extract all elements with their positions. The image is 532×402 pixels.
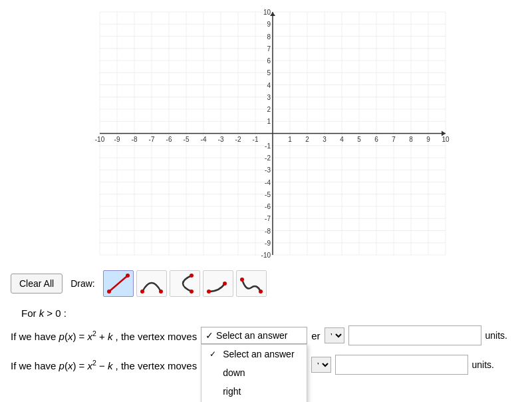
question-intro: For k > 0 : [11,307,521,319]
svg-point-5 [190,274,194,278]
arc-down-icon [173,273,197,294]
svg-point-9 [240,278,244,282]
q1-menu-label-right: right [223,386,241,397]
line-tool-icon [106,273,130,294]
q1-menu-label-placeholder: Select an answer [223,349,294,359]
q1-menu-item-placeholder[interactable]: ✓ Select an answer [201,345,307,363]
q1-dropdown-menu: ✓ Select an answer down right left [201,344,307,402]
svg-line-0 [109,276,128,292]
q1-direction-suffix: er [311,330,320,341]
q1-direction-select[interactable]: ✓ Select an answer down right left up [201,327,307,344]
svg-point-2 [126,274,130,278]
arc-up-icon [140,273,164,294]
q2-units-label: units. [472,359,494,370]
toolbar: Clear All Draw: [0,265,532,302]
svg-point-8 [223,282,227,286]
curve-right-icon [206,273,230,294]
svg-point-3 [140,290,144,294]
q1-er-select[interactable]: ▼ [325,327,344,343]
arc-up-tool[interactable] [136,270,167,297]
questions-area: For k > 0 : If we have p(x) = x2 + k , t… [0,302,532,389]
svg-point-6 [190,290,194,294]
q1-menu-label-down: down [223,367,245,378]
q2-er-select[interactable]: ▼ [311,357,331,373]
svg-point-10 [259,290,263,294]
q2-units-input[interactable] [335,355,468,375]
svg-point-1 [107,290,111,294]
curve-right-tool[interactable] [203,270,233,297]
draw-tools [103,270,267,297]
clear-all-button[interactable]: Clear All [11,274,63,294]
curve-check-tool[interactable] [236,270,267,297]
q2-prefix: If we have p(x) = x2 − k , the vertex mo… [11,359,197,371]
question-1: If we have p(x) = x2 + k , the vertex mo… [11,325,521,345]
line-tool[interactable] [103,270,134,297]
svg-point-4 [159,290,163,294]
check-icon: ✓ [209,349,219,359]
arc-down-tool[interactable] [170,270,200,297]
q1-units-input[interactable] [348,325,481,345]
q1-select-wrapper: ✓ Select an answer down right left up ✓ … [201,327,307,344]
q1-prefix: If we have p(x) = x2 + k , the vertex mo… [11,329,197,342]
curve-check-icon [239,273,263,294]
graph-area [80,5,452,265]
q1-menu-item-right[interactable]: right [201,382,307,401]
q1-menu-item-down[interactable]: down [201,363,307,382]
draw-label: Draw: [70,278,95,289]
coordinate-plane[interactable] [80,5,452,265]
svg-point-7 [207,290,211,294]
q1-units-label: units. [485,330,507,341]
